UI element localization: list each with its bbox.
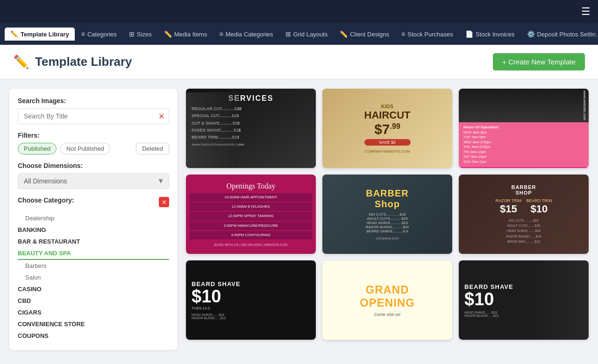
category-item-casino[interactable]: CASINO — [18, 283, 169, 295]
tab-icon-stock-invoices: 📄 — [465, 30, 473, 38]
tab-icon-client-designs: ✏️ — [340, 30, 348, 38]
dimensions-select-wrap: All Dimensions 1080x1080 1920x1080 1080x… — [18, 173, 169, 189]
tab-label-stock-invoices: Stock Invoices — [476, 31, 515, 38]
tab-client-designs[interactable]: ✏️ Client Designs — [334, 28, 395, 41]
category-item-convenience-store[interactable]: CONVENIENCE STORE — [18, 318, 169, 330]
category-item-beauty-and-spa[interactable]: BEAUTY AND SPA — [18, 247, 169, 260]
category-item-dealership[interactable]: Dealership — [18, 212, 169, 224]
create-template-button[interactable]: + Create New Template — [493, 53, 585, 70]
search-wrap: ✕ — [18, 108, 169, 124]
tab-label-client-designs: Client Designs — [350, 31, 389, 38]
tab-bar: ✏️ Template Library ≡ Categories ⊞ Sizes… — [0, 23, 598, 45]
category-clear-button[interactable]: ✕ — [159, 197, 169, 207]
category-item-cigars[interactable]: CIGARS — [18, 307, 169, 318]
category-label: Choose Category: — [18, 196, 74, 204]
tab-grid-layouts[interactable]: ⊞ Grid Layouts — [280, 28, 334, 41]
template-card-grand-opening[interactable]: GRAND OPENING Come visit us! — [322, 260, 452, 340]
top-bar: ☰ — [0, 0, 598, 23]
tab-label-categories: Categories — [87, 31, 117, 38]
dimensions-label: Choose Dimensions: — [18, 162, 169, 169]
tab-icon-deposit-photos: ⚙️ — [527, 30, 535, 38]
tab-icon-media-categories: ≡ — [219, 30, 223, 38]
category-item-cbd[interactable]: CBD — [18, 295, 169, 307]
main-content: ✏️ Template Library + Create New Templat… — [0, 45, 598, 364]
search-label: Search Images: — [18, 97, 169, 105]
tab-label-media-items: Media Items — [174, 31, 207, 38]
template-card-beard-shave[interactable]: BEARD SHAVE $10 TUES 12-3 HEAD SHAVE....… — [186, 260, 316, 340]
tab-icon-grid-layouts: ⊞ — [285, 30, 291, 38]
template-card-openings-today[interactable]: Openings Today 10:00AM HAIR APPOINTMENT … — [186, 175, 316, 254]
tab-media-categories[interactable]: ≡ Media Categories — [214, 28, 278, 41]
category-list: Dealership BANKING BAR & RESTAURANT BEAU… — [18, 212, 169, 342]
category-item-banking[interactable]: BANKING — [18, 224, 169, 236]
page-title-icon: ✏️ — [13, 54, 29, 70]
filters-row: Published Not Published Deleted — [18, 143, 169, 154]
tab-label-template-library: Template Library — [21, 31, 69, 38]
search-input[interactable] — [18, 108, 169, 124]
page-title-wrap: ✏️ Template Library — [13, 54, 132, 70]
tab-label-sizes: Sizes — [137, 31, 152, 38]
template-card-beauty-salon-pink[interactable]: www.website.com Hours Of Operation: MON:… — [459, 89, 589, 168]
tab-template-library[interactable]: ✏️ Template Library — [5, 28, 75, 41]
template-card-barbershop-price[interactable]: BARBERSHOP RAZOR TRIM $15 BEARD TRIM $10… — [459, 175, 589, 254]
tab-icon-template-library: ✏️ — [10, 30, 18, 38]
template-card-kids-haircut[interactable]: KIDS HAIRCUT $7.99 SAVE $2 COMPANYWEBSIT… — [322, 89, 452, 168]
filter-published-button[interactable]: Published — [18, 143, 57, 154]
category-header: Choose Category: ✕ — [18, 196, 169, 208]
tab-stock-invoices[interactable]: 📄 Stock Invoices — [460, 28, 520, 41]
template-grid: SERVICES REGULAR CUT...........$20 SPECI… — [186, 89, 589, 350]
tab-deposit-photos[interactable]: ⚙️ Deposit Photos Settin... — [521, 28, 598, 41]
body-layout: Search Images: ✕ Filters: Published Not … — [0, 79, 598, 359]
tab-icon-sizes: ⊞ — [129, 30, 135, 38]
tab-sizes[interactable]: ⊞ Sizes — [123, 28, 157, 41]
page-header: ✏️ Template Library + Create New Templat… — [0, 45, 598, 79]
tab-categories[interactable]: ≡ Categories — [76, 28, 122, 41]
page-title: Template Library — [35, 55, 132, 69]
tab-stock-purchases[interactable]: ≡ Stock Purchases — [396, 28, 459, 41]
hamburger-icon[interactable]: ☰ — [581, 6, 591, 18]
tab-icon-stock-purchases: ≡ — [401, 30, 405, 38]
tab-label-grid-layouts: Grid Layouts — [293, 31, 328, 38]
filter-panel: Search Images: ✕ Filters: Published Not … — [9, 89, 178, 350]
tab-icon-categories: ≡ — [81, 30, 85, 38]
template-card-barbershop-man[interactable]: BARBERShop KID CUTS.............$16 ADUL… — [322, 175, 452, 254]
category-item-salon[interactable]: Salon — [18, 272, 169, 283]
template-card-beard-shave-dark[interactable]: BEARD SHAVE $10 HEAD SHAVE.......$18 RAZ… — [459, 260, 589, 340]
filter-deleted-button[interactable]: Deleted — [136, 143, 169, 154]
category-item-barbers[interactable]: Barbers — [18, 260, 169, 272]
search-clear-icon[interactable]: ✕ — [158, 112, 164, 121]
template-card-barber-services[interactable]: SERVICES REGULAR CUT...........$20 SPECI… — [186, 89, 316, 168]
filters-label: Filters: — [18, 132, 169, 139]
tab-label-media-categories: Media Categories — [226, 31, 273, 38]
tab-media-items[interactable]: ✏️ Media Items — [158, 28, 213, 41]
tab-label-stock-purchases: Stock Purchases — [407, 31, 453, 38]
dimensions-select[interactable]: All Dimensions 1080x1080 1920x1080 1080x… — [18, 173, 169, 189]
category-item-bar-restaurant[interactable]: BAR & RESTAURANT — [18, 236, 169, 247]
tab-icon-media-items: ✏️ — [164, 30, 172, 38]
category-item-coupons[interactable]: COUPONS — [18, 330, 169, 342]
tab-label-deposit-photos: Deposit Photos Settin... — [537, 31, 598, 38]
filter-not-published-button[interactable]: Not Published — [60, 143, 110, 154]
